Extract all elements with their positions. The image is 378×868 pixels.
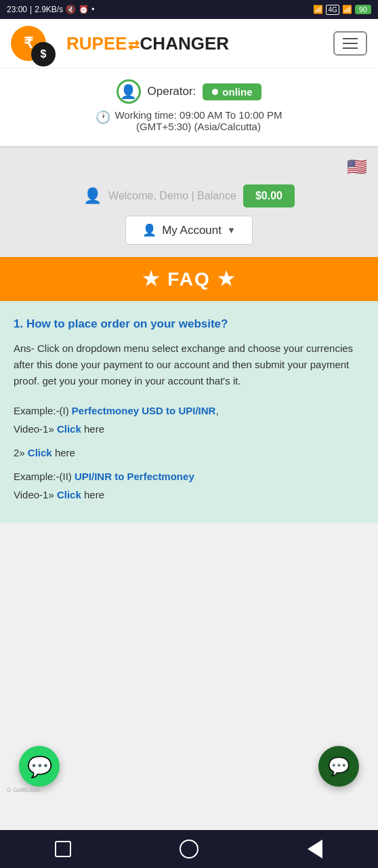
dollar-icon: $ [31,42,56,66]
logo-rupee-text: RUPEE [66,33,127,54]
bottom-nav [0,830,378,868]
flag-icon: 🇺🇸 [347,157,367,176]
whatsapp-icon: 💬 [27,755,52,778]
my-account-person-icon: 👤 [142,223,156,237]
working-time-value: 09:00 AM To 10:00 PM [180,109,282,121]
user-avatar-icon: 👤 [83,187,102,205]
click-suffix-1: here [81,423,104,435]
mute-icon: 🔇 [66,5,76,14]
logo-arrows: ⇄ [128,37,140,53]
operator-row: 👤 Operator: online [14,79,364,104]
hamburger-line-1 [343,38,358,39]
online-badge: online [203,83,261,100]
welcome-text: Welcome, Demo | Balance [108,190,236,202]
operator-section: 👤 Operator: online 🕐 Working time: 09:00… [0,68,378,148]
flag-row: 🇺🇸 [11,157,367,176]
whatsapp-fab[interactable]: 💬 [19,746,60,787]
hamburger-line-2 [343,43,358,44]
perfectmoney-link[interactable]: Perfectmoney USD to UPI/INR [72,405,216,416]
clock-icon: 🕐 [96,110,110,125]
click-link-1[interactable]: Click [57,423,81,435]
nav-back-button[interactable] [303,837,327,861]
click-link-3[interactable]: Click [57,489,81,500]
status-speed: 2.9KB/s [35,5,63,14]
status-right: 📶 4G 📶 90 [313,5,371,15]
faq-answer-1: Ans- Click on dropdown menu select excha… [14,340,364,389]
dot-icon: • [91,5,94,14]
user-bar: 🇺🇸 👤 Welcome, Demo | Balance $0.00 👤 My … [0,148,378,257]
faq-section: ★ FAQ ★ 1. How to place order on your we… [0,257,378,523]
status-separator: | [30,5,32,14]
logo-text: RUPEE⇄CHANGER [66,33,229,54]
rupee-icon: ₹ $ [11,26,46,61]
faq-example-2: 2» Click here [14,443,364,462]
click-suffix-3: here [81,489,104,500]
upi-link[interactable]: UPI/INR to Perfectmoney [75,471,194,482]
online-status: online [222,86,252,98]
getbutton-label: © GetButton [7,787,41,793]
faq-title: ★ FAQ ★ [11,268,367,290]
logo: ₹ $ RUPEE⇄CHANGER [11,26,229,61]
square-icon [55,841,71,857]
chat-bubble-icon: 💬 [328,756,350,777]
chat-fab[interactable]: 💬 [318,746,359,787]
battery-icon: 90 [355,5,371,14]
hamburger-button[interactable] [333,31,367,56]
nav-home-button[interactable] [177,837,201,861]
operator-icon: 👤 [117,79,141,104]
example-2-prefix: 2» [14,447,28,458]
balance-button[interactable]: $0.00 [243,184,295,208]
4g-icon: 4G [326,5,339,15]
video-label-3: Video-1» [14,489,57,500]
logo-icons: ₹ $ [11,26,56,61]
faq-header: ★ FAQ ★ [0,257,378,301]
header: ₹ $ RUPEE⇄CHANGER [0,19,378,68]
working-time-row: 🕐 Working time: 09:00 AM To 10:00 PM (GM… [14,109,364,132]
hamburger-line-3 [343,47,358,49]
click-link-2[interactable]: Click [28,447,52,458]
faq-question-1: 1. How to place order on your website? [14,317,364,331]
faq-example-3: Example:-(II) UPI/INR to Perfectmoney Vi… [14,467,364,504]
welcome-row: 👤 Welcome, Demo | Balance $0.00 [83,184,295,208]
status-left: 23:00 | 2.9KB/s 🔇 ⏰ • [7,5,94,14]
click-suffix-2: here [52,447,75,458]
nav-square-button[interactable] [51,837,75,861]
timezone: (GMT+5:30) (Asia/Calcutta) [136,121,261,132]
logo-changer-text: CHANGER [140,33,229,54]
alarm-icon: ⏰ [79,5,89,14]
working-time-label: Working time: [114,109,176,121]
circle-icon [180,840,198,859]
example-prefix-1: Example:-(I) [14,405,72,416]
my-account-label: My Account [162,224,222,237]
example-suffix-1: , [215,405,218,416]
faq-example-1: Example:-(I) Perfectmoney USD to UPI/INR… [14,401,364,438]
video-label-1: Video-1» [14,423,57,435]
triangle-icon [308,840,322,859]
example-prefix-3: Example:-(II) [14,471,75,482]
chevron-down-icon: ▼ [227,225,236,235]
faq-content: 1. How to place order on your website? A… [0,301,378,523]
status-time: 23:00 [7,5,27,14]
signal-icon: 📶 [313,5,323,14]
operator-label: Operator: [148,85,196,98]
my-account-button[interactable]: 👤 My Account ▼ [125,216,253,245]
wifi-icon: 📶 [342,5,352,14]
status-bar: 23:00 | 2.9KB/s 🔇 ⏰ • 📶 4G 📶 90 [0,0,378,19]
online-dot [212,89,218,95]
